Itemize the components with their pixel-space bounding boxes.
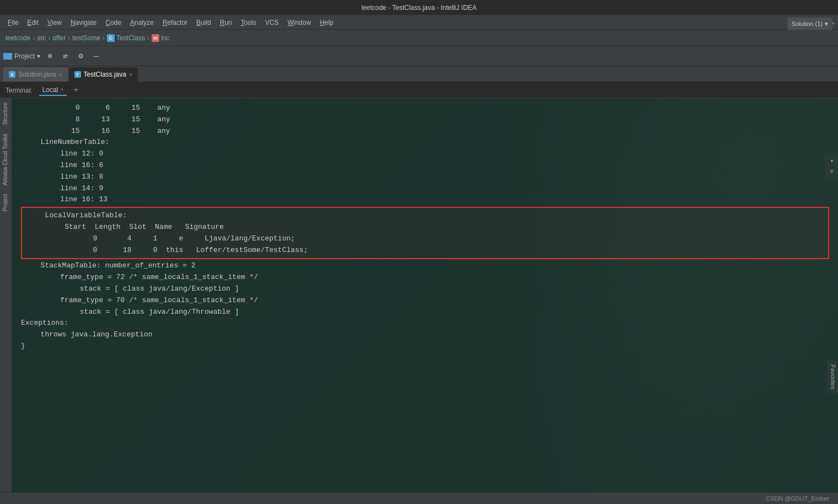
tab-bar: S Solution.java × T TestClass.java × — [0, 66, 838, 83]
code-line-2: 8 13 15 any — [21, 114, 829, 126]
menu-refactor[interactable]: Refactor — [158, 18, 192, 28]
highlight-box: LocalVariableTable: Start Length Slot Na… — [21, 207, 829, 259]
solution-tab-icon: S — [9, 71, 15, 78]
code-line-14: stack = [ class java/lang/Throwable ] — [21, 307, 829, 318]
local-variable-row-2: 0 18 0 this Loffer/testSome/TestClass; — [25, 245, 825, 256]
project-dropdown-arrow: ▾ — [37, 52, 40, 60]
menu-code[interactable]: Code — [101, 18, 126, 28]
toolbar-sync-btn[interactable]: ⇄ — [59, 50, 71, 62]
local-variable-columns: Start Length Slot Name Signature — [25, 222, 825, 233]
project-label: Project — [14, 52, 35, 60]
code-line-7: line 13: 8 — [21, 171, 829, 183]
breadcrumb-bar: leetcode › src › offer › testSome › C Te… — [0, 30, 838, 46]
menu-file[interactable]: File — [3, 18, 23, 28]
tab-solution-label: Solution.java — [18, 71, 56, 78]
testclass-tab-icon: T — [74, 71, 81, 78]
terminal-bar: Terminal: Local × + — [0, 83, 838, 98]
favorites-tab[interactable]: Favorites — [828, 360, 838, 394]
project-icon — [3, 53, 12, 60]
menu-navigate[interactable]: Navigate — [66, 18, 101, 28]
solution-arrow: ▾ — [825, 20, 828, 28]
code-line-12: stack = [ class java/lang/Exception ] — [21, 283, 829, 295]
breadcrumb-testsome[interactable]: testSome — [72, 34, 100, 42]
toolbar: Project ▾ ⊕ ⇄ ⚙ — — [0, 46, 838, 66]
tab-solution[interactable]: S Solution.java × — [3, 67, 68, 82]
code-line-1: 0 6 15 any — [21, 103, 829, 114]
tab-testclass-label: TestClass.java — [84, 71, 126, 78]
tab-testclass[interactable]: T TestClass.java × — [69, 67, 138, 82]
inc-icon: m — [152, 34, 159, 42]
side-nav-right: ⬥ ≡ — [825, 153, 838, 179]
tab-solution-close[interactable]: × — [59, 72, 62, 78]
breadcrumb-sep-2: › — [48, 34, 50, 42]
menu-view[interactable]: View — [43, 18, 66, 28]
breadcrumb-leetcode[interactable]: leetcode — [6, 34, 30, 42]
code-line-13: frame_type = 70 /* same_locals_1_stack_i… — [21, 295, 829, 307]
code-line-15: Exceptions: — [21, 318, 829, 329]
toolbar-settings-btn[interactable]: ⚙ — [74, 50, 87, 62]
solution-button[interactable]: Solution (1) ▾ — [787, 18, 832, 30]
breadcrumb-inc[interactable]: m inc — [152, 34, 169, 42]
toolbar-add-btn[interactable]: ⊕ — [44, 50, 56, 62]
side-tabs: Structure Alibaba Cloud Toolkit Project — [0, 98, 12, 504]
breadcrumb-testclass[interactable]: C TestClass — [107, 34, 145, 42]
code-line-10: StackMapTable: number_of_entries = 2 — [21, 260, 829, 272]
menu-analyze[interactable]: Analyze — [126, 18, 158, 28]
code-line-11: frame_type = 72 /* same_locals_1_stack_i… — [21, 272, 829, 283]
side-tab-alibaba[interactable]: Alibaba Cloud Toolkit — [0, 130, 12, 190]
code-line-5: line 12: 0 — [21, 148, 829, 160]
breadcrumb-inc-label[interactable]: inc — [161, 34, 169, 42]
menu-vcs[interactable]: VCS — [261, 18, 283, 28]
breadcrumb-src[interactable]: src — [37, 34, 46, 42]
terminal-local-tab[interactable]: Local × — [39, 85, 67, 96]
side-nav-item-2[interactable]: ≡ — [827, 167, 837, 176]
toolbar-left: Project ▾ ⊕ ⇄ ⚙ — — [3, 50, 835, 62]
code-line-16: throws java.lang.Exception — [21, 329, 829, 341]
menu-edit[interactable]: Edit — [23, 18, 43, 28]
code-line-17: } — [21, 341, 829, 352]
breadcrumb-offer[interactable]: offer — [52, 34, 66, 42]
side-tab-structure[interactable]: Structure — [0, 98, 12, 130]
code-line-8: line 14: 9 — [21, 183, 829, 195]
breadcrumb-sep-3: › — [68, 34, 70, 42]
local-variable-row-1: 9 4 1 e Ljava/lang/Exception; — [25, 233, 825, 245]
code-line-4: LineNumberTable: — [21, 137, 829, 148]
testclass-icon: C — [107, 34, 115, 42]
menu-build[interactable]: Build — [192, 18, 216, 28]
breadcrumb-sep-5: › — [147, 34, 149, 42]
menu-help[interactable]: Help — [315, 18, 338, 28]
tab-testclass-close[interactable]: × — [129, 72, 132, 78]
breadcrumb-sep-4: › — [103, 34, 105, 42]
status-bar: CSDN @GDUT_Ember — [0, 492, 838, 504]
breadcrumb-testclass-label[interactable]: TestClass — [116, 34, 145, 42]
solution-label: Solution (1) — [792, 20, 823, 27]
code-line-3: 15 16 15 any — [21, 126, 829, 137]
attribution-text: CSDN @GDUT_Ember — [766, 495, 829, 502]
project-dropdown[interactable]: Project ▾ — [3, 52, 40, 60]
breadcrumb-sep-1: › — [33, 34, 35, 42]
terminal-local-close[interactable]: × — [60, 87, 63, 93]
side-nav-item-1[interactable]: ⬥ — [827, 156, 837, 165]
menu-window[interactable]: Window — [283, 18, 315, 28]
local-variable-header: LocalVariableTable: — [25, 210, 825, 222]
terminal-label: Terminal: — [6, 87, 33, 94]
code-line-9: line 16: 13 — [21, 194, 829, 206]
terminal-content[interactable]: 0 6 15 any 8 13 15 any 15 16 15 any Line… — [12, 98, 838, 504]
terminal-local-label: Local — [42, 86, 58, 94]
main-content: Structure Alibaba Cloud Toolkit Project … — [0, 98, 838, 504]
menu-run[interactable]: Run — [216, 18, 237, 28]
menu-tools[interactable]: Tools — [237, 18, 261, 28]
menu-bar: File Edit View Navigate Code Analyze Ref… — [0, 15, 838, 30]
toolbar-minimize-btn[interactable]: — — [90, 50, 102, 62]
side-tab-project[interactable]: Project — [0, 190, 12, 216]
code-line-6: line 16: 6 — [21, 160, 829, 171]
terminal-add-button[interactable]: + — [73, 85, 79, 95]
window-title: leetcode - TestClass.java - IntelliJ IDE… — [361, 4, 476, 12]
title-bar: leetcode - TestClass.java - IntelliJ IDE… — [0, 0, 838, 15]
